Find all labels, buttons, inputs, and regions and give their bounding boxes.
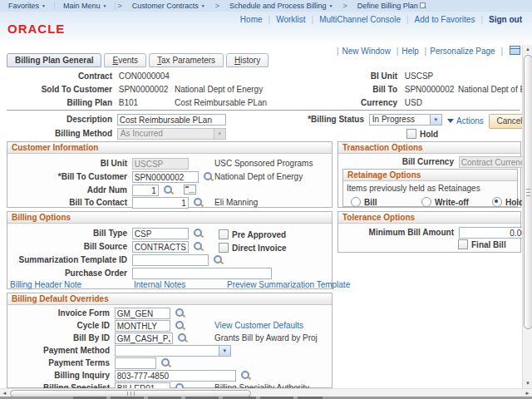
bill-by-id-desc: Grants Bill by Award by Proj [214, 332, 318, 344]
billing-inquiry-label: Billing Inquiry [9, 370, 110, 382]
separator: | [406, 15, 409, 24]
breadcrumb-schedule-process-billing[interactable]: Schedule and Process Billing▼ [221, 2, 342, 10]
lookup-icon[interactable] [193, 241, 204, 252]
actions-disclosure-icon[interactable] [447, 119, 454, 123]
lookup-icon[interactable] [160, 357, 171, 368]
preview-summarization-template-link[interactable]: Preview Summarization Template [227, 279, 350, 291]
sign-out-link[interactable]: Sign out [489, 15, 522, 24]
lookup-icon[interactable] [193, 228, 204, 239]
scroll-down-arrow[interactable]: ▼ [524, 379, 532, 388]
tab-tax-parameters[interactable]: Tax Parameters [149, 53, 224, 67]
summarization-template-row: Summarization Template ID [9, 254, 224, 266]
breadcrumb-favorites[interactable]: Favorites▼ [0, 2, 55, 10]
separator: | [480, 15, 483, 24]
lookup-icon[interactable] [240, 370, 251, 381]
worklist-link[interactable]: Worklist [276, 15, 305, 24]
payment-method-select[interactable]: ▼ [115, 345, 231, 357]
bi-unit-label: BI Unit [316, 71, 397, 82]
multi-window-icon[interactable] [510, 46, 520, 55]
lookup-icon[interactable] [213, 254, 224, 265]
hold-checkbox[interactable] [406, 129, 416, 139]
final-bill-checkbox[interactable] [458, 239, 468, 249]
hold-row: Hold [406, 129, 438, 140]
minimum-bill-amount-input[interactable] [459, 227, 529, 239]
lookup-icon[interactable] [175, 320, 185, 331]
ci-bill-to-customer-input[interactable] [132, 171, 199, 183]
ci-bill-to-contact-label: Bill To Contact [9, 197, 127, 209]
billing-inquiry-input[interactable] [115, 370, 236, 382]
home-link[interactable]: Home [240, 15, 263, 24]
ci-bill-to-contact-row: Bill To Contact Eli Manning [9, 197, 204, 209]
currency-row: Currency USD [316, 97, 422, 109]
personalize-page-link[interactable]: Personalize Page [430, 47, 495, 56]
tolerance-options-box: Tolerance Options Minimum Bill Amount Fi… [337, 211, 521, 253]
breadcrumb-define-billing-plan: Define Billing Plan [349, 2, 436, 10]
lookup-icon[interactable] [193, 197, 204, 208]
summarization-template-input[interactable] [132, 254, 209, 266]
ci-bill-to-customer-desc: National Dept of Energy [214, 171, 303, 183]
lookup-icon[interactable] [163, 185, 174, 195]
lookup-icon[interactable] [175, 308, 185, 318]
brand-band: ORACLE Home|Worklist|MultiChannel Consol… [0, 12, 532, 45]
invoice-form-input[interactable] [115, 308, 170, 319]
direct-invoice-checkbox[interactable] [219, 243, 229, 253]
vertical-scrollbar-thumb[interactable] [524, 55, 532, 329]
vertical-scrollbar[interactable]: ▲ ▼ [522, 45, 532, 388]
help-link[interactable]: Help [401, 47, 419, 56]
bill-source-input[interactable] [132, 241, 189, 253]
breadcrumb-main-menu[interactable]: Main Menu▼ [55, 2, 116, 10]
lookup-icon[interactable] [177, 332, 188, 343]
tab-billing-plan-general[interactable]: Billing Plan General [7, 53, 101, 67]
view-customer-defaults-link[interactable]: View Customer Defaults [214, 320, 303, 332]
scroll-left-arrow[interactable]: ◄ [0, 390, 9, 397]
ci-bill-to-contact-input[interactable] [132, 197, 189, 209]
description-label: Description [7, 114, 112, 126]
tab-history[interactable]: History [226, 53, 268, 67]
bill-type-input[interactable] [132, 228, 189, 239]
billing-header-note-link[interactable]: Billing Header Note [10, 280, 81, 289]
chevron-down-icon: ▼ [42, 3, 46, 8]
cycle-id-input[interactable] [115, 320, 170, 332]
multichannel-console-link[interactable]: MultiChannel Console [319, 15, 401, 24]
dropdown-arrow-icon[interactable]: ▼ [219, 346, 230, 356]
chevron-down-icon: ▼ [103, 3, 107, 8]
radio-write-off-label: Write-off [435, 198, 469, 207]
bill-by-id-input[interactable] [115, 332, 173, 344]
bill-by-id-row: Bill By ID Grants Bill by Award by Proj [9, 332, 188, 344]
scroll-up-arrow[interactable]: ▲ [524, 45, 532, 54]
actions-row: Actions [447, 116, 484, 127]
dropdown-arrow-icon[interactable]: ▼ [430, 115, 441, 125]
billing-status-select[interactable]: In Progress ▼ [369, 114, 442, 126]
description-input[interactable] [117, 114, 226, 126]
internal-notes-link[interactable]: Internal Notes [134, 279, 185, 291]
minimum-bill-amount-label: Minimum Bill Amount [340, 227, 454, 239]
radio-hold[interactable] [492, 197, 502, 207]
billing-inquiry-row: Billing Inquiry [9, 370, 251, 382]
sold-to-value: SPN0000002 [119, 85, 169, 94]
pre-approved-checkbox[interactable] [219, 229, 229, 239]
tab-strip: Billing Plan GeneralEventsTax Parameters… [7, 53, 271, 66]
payment-method-label: Payment Method [9, 345, 110, 357]
radio-bill[interactable] [351, 197, 361, 207]
purchase-order-input[interactable] [132, 268, 272, 279]
billing-status-value: In Progress [370, 115, 430, 125]
retainage-note: Items previously held as Retainages [347, 183, 480, 195]
payment-terms-input[interactable] [115, 357, 156, 369]
breadcrumb-customer-contracts[interactable]: Customer Contracts▼ [124, 2, 214, 10]
payment-terms-label: Payment Terms [9, 357, 110, 369]
bill-source-row: Bill Source [9, 241, 204, 253]
ci-addr-num-input[interactable] [132, 185, 159, 196]
ci-bi-unit-label: BI Unit [9, 158, 127, 170]
actions-link[interactable]: Actions [456, 116, 484, 126]
radio-bill-label: Bill [364, 198, 377, 207]
summarization-template-label: Summarization Template ID [9, 254, 127, 266]
scroll-right-arrow[interactable]: ► [523, 390, 532, 397]
lookup-icon[interactable] [203, 171, 214, 182]
billing-plan-row: Billing Plan B101 Cost Reimbursable PLan [7, 97, 138, 109]
horizontal-scrollbar[interactable]: ◄ ► [0, 388, 532, 397]
add-to-favorites-link[interactable]: Add to Favorites [415, 15, 475, 24]
tab-events[interactable]: Events [104, 53, 146, 67]
new-window-link[interactable]: New Window [342, 47, 391, 56]
radio-write-off[interactable] [421, 197, 431, 207]
address-envelope-icon[interactable] [184, 185, 196, 195]
